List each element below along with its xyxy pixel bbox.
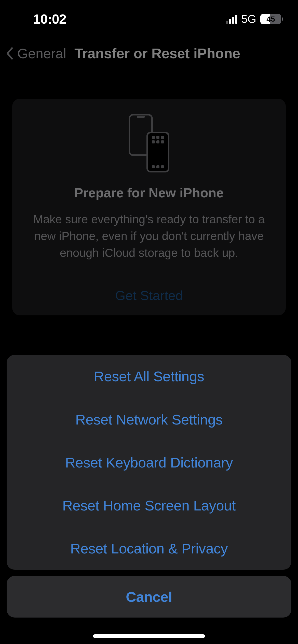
reset-location-privacy-button[interactable]: Reset Location & Privacy <box>7 527 291 570</box>
reset-options-group: Reset All Settings Reset Network Setting… <box>7 355 291 570</box>
prepare-title: Prepare for New iPhone <box>24 185 274 200</box>
back-chevron-icon <box>6 47 14 60</box>
prepare-card: Prepare for New iPhone Make sure everyth… <box>12 99 286 315</box>
prepare-description: Make sure everything's ready to transfer… <box>24 211 274 261</box>
status-time: 10:02 <box>33 11 66 27</box>
reset-all-settings-button[interactable]: Reset All Settings <box>7 355 291 398</box>
status-bar: 10:02 5G 45 <box>0 0 298 38</box>
battery-icon: 45 <box>260 14 283 24</box>
reset-home-screen-layout-button[interactable]: Reset Home Screen Layout <box>7 484 291 527</box>
action-sheet: Reset All Settings Reset Network Setting… <box>7 355 291 618</box>
reset-keyboard-dictionary-button[interactable]: Reset Keyboard Dictionary <box>7 441 291 484</box>
get-started-button: Get Started <box>24 277 274 315</box>
network-type: 5G <box>241 13 256 25</box>
transfer-devices-icon <box>129 114 169 172</box>
back-button-label: General <box>17 46 66 61</box>
cellular-signal-icon <box>226 14 237 24</box>
reset-network-settings-button[interactable]: Reset Network Settings <box>7 398 291 441</box>
status-indicators: 5G 45 <box>226 13 283 25</box>
page-title: Transfer or Reset iPhone <box>74 45 240 62</box>
cancel-group: Cancel <box>7 576 291 618</box>
home-indicator[interactable] <box>93 634 205 638</box>
nav-header: General Transfer or Reset iPhone <box>0 41 298 66</box>
cancel-button[interactable]: Cancel <box>7 576 291 618</box>
